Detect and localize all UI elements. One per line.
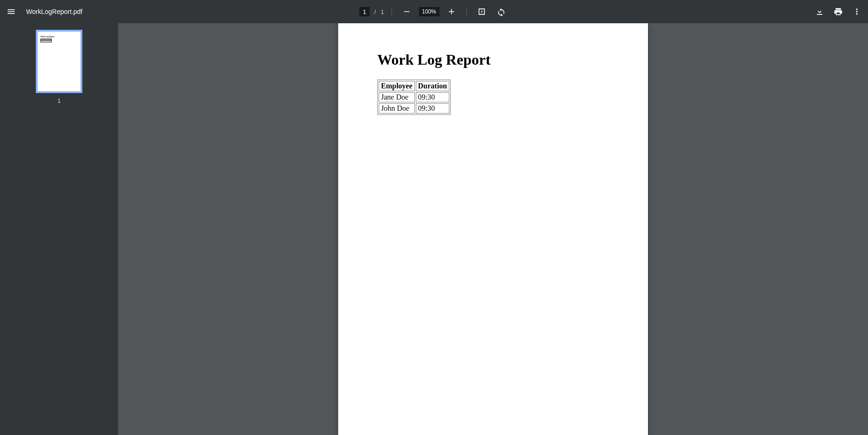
pdf-toolbar: WorkLogReport.pdf / 1 100% <box>0 0 868 23</box>
document-title: Work Log Report <box>377 51 609 68</box>
document-viewer[interactable]: Work Log Report Employee Duration Jane D… <box>118 23 868 435</box>
worklog-table: Employee Duration Jane Doe 09:30 John Do… <box>377 80 451 115</box>
table-header-employee: Employee <box>379 81 415 91</box>
total-pages: 1 <box>381 8 384 15</box>
plus-icon <box>447 7 456 16</box>
thumb-table-preview <box>40 39 52 42</box>
rotate-icon <box>496 7 506 16</box>
toolbar-divider <box>466 7 467 16</box>
menu-button[interactable] <box>4 4 19 19</box>
thumbnail-sidebar: Work Log Report 1 <box>0 23 118 435</box>
fit-page-icon <box>477 7 486 16</box>
menu-icon <box>7 7 16 16</box>
document-filename: WorkLogReport.pdf <box>26 8 82 15</box>
table-header-duration: Duration <box>416 81 449 91</box>
document-page: Work Log Report Employee Duration Jane D… <box>338 23 648 435</box>
download-icon <box>815 7 824 16</box>
main-area: Work Log Report 1 Work Log Report Employ… <box>0 23 868 435</box>
current-page-input[interactable] <box>360 7 370 16</box>
thumb-doc-title: Work Log Report <box>40 35 78 38</box>
table-row: Jane Doe 09:30 <box>379 92 449 102</box>
print-button[interactable] <box>831 4 846 19</box>
page-separator: / <box>374 8 376 15</box>
more-vertical-icon <box>852 7 861 16</box>
minus-icon <box>402 7 411 16</box>
rotate-button[interactable] <box>494 4 508 19</box>
page-thumbnail[interactable]: Work Log Report <box>36 30 82 93</box>
print-icon <box>834 7 843 16</box>
toolbar-divider <box>391 7 392 16</box>
table-cell-employee: John Doe <box>379 103 415 114</box>
table-cell-duration: 09:30 <box>416 92 449 102</box>
table-row: John Doe 09:30 <box>379 103 449 114</box>
table-header-row: Employee Duration <box>379 81 449 91</box>
table-cell-duration: 09:30 <box>416 103 449 114</box>
thumbnail-item[interactable]: Work Log Report 1 <box>0 30 118 104</box>
fit-to-page-button[interactable] <box>474 4 489 19</box>
zoom-out-button[interactable] <box>399 4 414 19</box>
zoom-in-button[interactable] <box>444 4 459 19</box>
thumbnail-page-number: 1 <box>58 98 61 104</box>
more-options-button[interactable] <box>849 4 864 19</box>
table-cell-employee: Jane Doe <box>379 92 415 102</box>
download-button[interactable] <box>812 4 827 19</box>
zoom-level[interactable]: 100% <box>419 7 439 16</box>
